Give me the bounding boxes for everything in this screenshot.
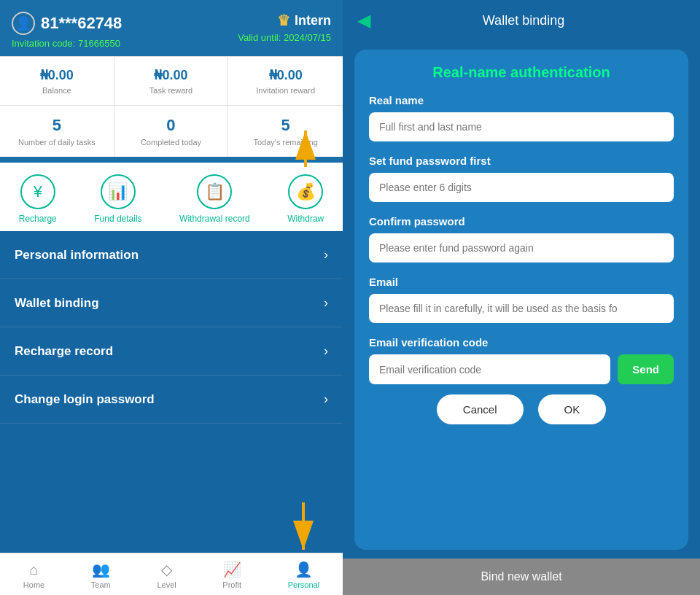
chevron-icon-recharge: › — [324, 343, 328, 359]
valid-until: Valid until: 2024/07/15 — [238, 32, 331, 43]
real-name-group: Real name — [369, 94, 674, 152]
personal-info-label: Personal information — [15, 248, 139, 262]
email-input[interactable] — [369, 294, 674, 323]
send-button[interactable]: Send — [618, 354, 674, 384]
menu-item-recharge-record[interactable]: Recharge record › — [0, 327, 343, 376]
fund-details-action[interactable]: 📊 Fund details — [94, 174, 141, 224]
ok-button[interactable]: OK — [538, 394, 607, 424]
header: 👤 81***62748 Invitation code: 71666550 ♛… — [0, 0, 343, 56]
nav-team[interactable]: 👥 Team — [91, 561, 111, 589]
menu-list: Personal information › Wallet binding › … — [0, 231, 343, 553]
action-bar: ¥ Recharge 📊 Fund details 📋 Withdrawal r… — [0, 163, 343, 231]
fund-details-icon: 📊 — [101, 174, 136, 209]
withdraw-action[interactable]: 💰 Withdraw — [287, 174, 324, 224]
fund-password-input[interactable] — [369, 173, 674, 202]
nav-level[interactable]: ◇ Level — [157, 561, 176, 589]
daily-tasks-number: 5 — [6, 116, 108, 135]
tasks-grid: 5 Number of daily tasks 0 Completed toda… — [0, 106, 343, 157]
task-reward-label: Task reward — [120, 86, 222, 95]
menu-item-change-password[interactable]: Change login password › — [0, 376, 343, 424]
nav-team-label: Team — [91, 580, 111, 589]
chevron-icon-personal: › — [324, 247, 328, 262]
cancel-button[interactable]: Cancel — [437, 394, 524, 424]
completed-today-cell: 0 Completed today — [114, 106, 229, 157]
recharge-record-label: Recharge record — [15, 344, 113, 359]
nav-personal[interactable]: 👤 Personal — [288, 561, 319, 589]
balance-grid: ₦0.00 Balance ₦0.00 Task reward ₦0.00 In… — [0, 56, 343, 106]
recharge-icon: ¥ — [20, 174, 55, 209]
right-topbar: ◀ Wallet binding — [343, 0, 700, 41]
bind-wallet-bar[interactable]: Bind new wallet — [343, 559, 700, 595]
withdraw-label: Withdraw — [287, 214, 324, 224]
real-name-input[interactable] — [369, 112, 674, 141]
user-info: 👤 81***62748 Invitation code: 71666550 — [12, 12, 122, 49]
remaining-cell: 5 Today's remaining — [228, 106, 343, 157]
task-reward-cell: ₦0.00 Task reward — [114, 57, 229, 106]
balance-amount: ₦0.00 — [6, 67, 108, 83]
nav-profit[interactable]: 📈 Profit — [222, 561, 241, 589]
bottom-nav: ⌂ Home 👥 Team ◇ Level 📈 Profit 👤 Persona… — [0, 553, 343, 595]
confirm-password-label: Confirm password — [369, 215, 674, 228]
fund-password-group: Set fund password first — [369, 155, 674, 212]
home-icon: ⌂ — [29, 561, 38, 578]
nav-profit-label: Profit — [222, 580, 241, 589]
withdrawal-record-label: Withdrawal record — [179, 214, 250, 224]
email-label: Email — [369, 276, 674, 288]
right-panel: ◀ Wallet binding Real-name authenticatio… — [343, 0, 700, 595]
rank-label: Intern — [295, 13, 331, 28]
withdraw-icon: 💰 — [288, 174, 323, 209]
chevron-icon-password: › — [324, 392, 328, 407]
change-password-label: Change login password — [15, 392, 155, 407]
user-avatar-icon: 👤 — [12, 12, 35, 35]
fund-details-label: Fund details — [94, 214, 141, 224]
email-code-group: Email verification code Send — [369, 336, 674, 384]
email-code-row: Send — [369, 354, 674, 384]
rank-info: ♛ Intern Valid until: 2024/07/15 — [238, 12, 331, 43]
modal-title: Real-name authentication — [369, 64, 674, 81]
invitation-code: Invitation code: 71666550 — [12, 38, 122, 49]
recharge-label: Recharge — [19, 214, 57, 224]
menu-item-wallet-binding[interactable]: Wallet binding › — [0, 279, 343, 327]
back-button[interactable]: ◀ — [357, 10, 370, 31]
balance-cell: ₦0.00 Balance — [0, 57, 114, 106]
invitation-reward-cell: ₦0.00 Invitation reward — [228, 57, 343, 106]
personal-icon: 👤 — [295, 561, 313, 578]
nav-home[interactable]: ⌂ Home — [23, 561, 44, 589]
team-icon: 👥 — [92, 561, 110, 578]
email-code-label: Email verification code — [369, 336, 674, 349]
task-reward-amount: ₦0.00 — [120, 67, 222, 83]
withdrawal-record-action[interactable]: 📋 Withdrawal record — [179, 174, 250, 224]
balance-label: Balance — [6, 86, 108, 95]
nav-home-label: Home — [23, 580, 44, 589]
recharge-action[interactable]: ¥ Recharge — [19, 174, 57, 224]
wallet-binding-label: Wallet binding — [15, 296, 99, 311]
remaining-number: 5 — [234, 116, 337, 135]
completed-today-number: 0 — [120, 116, 222, 135]
invitation-reward-label: Invitation reward — [234, 86, 337, 95]
invitation-reward-amount: ₦0.00 — [234, 67, 337, 83]
nav-personal-label: Personal — [288, 580, 319, 589]
daily-tasks-label: Number of daily tasks — [6, 138, 108, 147]
crown-icon: ♛ — [277, 12, 290, 29]
chevron-icon-wallet: › — [324, 295, 328, 311]
modal-buttons: Cancel OK — [369, 394, 674, 424]
confirm-password-input[interactable] — [369, 233, 674, 262]
level-icon: ◇ — [161, 561, 172, 578]
nav-level-label: Level — [157, 580, 176, 589]
daily-tasks-cell: 5 Number of daily tasks — [0, 106, 114, 157]
confirm-password-group: Confirm password — [369, 215, 674, 273]
fund-password-label: Set fund password first — [369, 155, 674, 167]
menu-item-personal-info[interactable]: Personal information › — [0, 231, 343, 279]
modal-card: Real-name authentication Real name Set f… — [354, 50, 688, 550]
profit-icon: 📈 — [223, 561, 241, 578]
email-code-input[interactable] — [369, 354, 610, 384]
remaining-label: Today's remaining — [234, 138, 337, 147]
real-name-label: Real name — [369, 94, 674, 106]
withdrawal-record-icon: 📋 — [197, 174, 232, 209]
email-group: Email — [369, 276, 674, 333]
user-id: 81***62748 — [41, 14, 122, 33]
right-panel-title: Wallet binding — [379, 13, 668, 28]
completed-today-label: Completed today — [120, 138, 222, 147]
